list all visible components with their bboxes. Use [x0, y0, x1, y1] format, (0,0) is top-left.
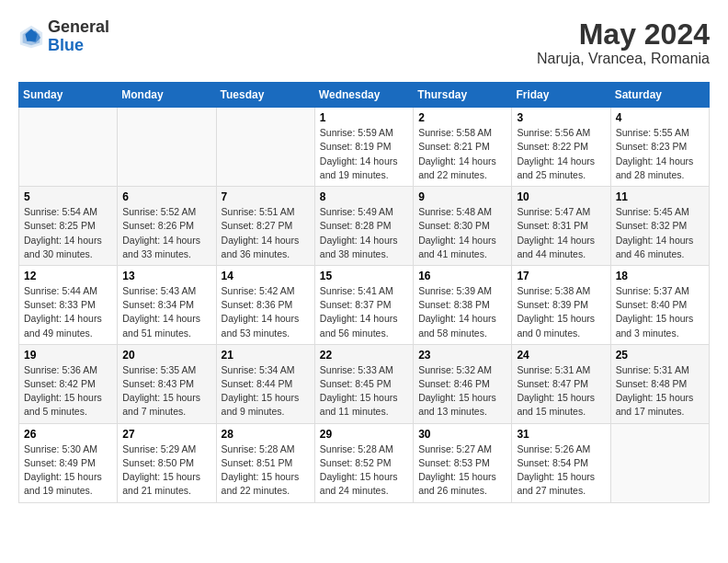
calendar-cell: 7Sunrise: 5:51 AM Sunset: 8:27 PM Daylig…: [216, 187, 314, 266]
logo: General Blue: [18, 18, 109, 55]
calendar-cell: 12Sunrise: 5:44 AM Sunset: 8:33 PM Dayli…: [19, 265, 118, 344]
calendar-cell: 2Sunrise: 5:58 AM Sunset: 8:21 PM Daylig…: [414, 108, 512, 187]
day-info: Sunrise: 5:26 AM Sunset: 8:54 PM Dayligh…: [517, 442, 605, 499]
day-number: 16: [418, 270, 506, 282]
day-number: 14: [222, 270, 310, 282]
calendar-cell: 14Sunrise: 5:42 AM Sunset: 8:36 PM Dayli…: [216, 265, 314, 344]
day-info: Sunrise: 5:31 AM Sunset: 8:47 PM Dayligh…: [517, 363, 605, 419]
calendar-cell: [216, 108, 314, 187]
day-number: 10: [517, 190, 605, 203]
day-info: Sunrise: 5:39 AM Sunset: 8:38 PM Dayligh…: [418, 284, 506, 340]
calendar-cell: 4Sunrise: 5:55 AM Sunset: 8:23 PM Daylig…: [610, 108, 709, 187]
calendar-cell: 3Sunrise: 5:56 AM Sunset: 8:22 PM Daylig…: [512, 108, 610, 187]
day-number: 6: [122, 190, 210, 203]
day-info: Sunrise: 5:42 AM Sunset: 8:36 PM Dayligh…: [222, 284, 310, 340]
calendar-cell: 22Sunrise: 5:33 AM Sunset: 8:45 PM Dayli…: [314, 344, 413, 423]
logo-icon: [18, 24, 44, 50]
day-info: Sunrise: 5:56 AM Sunset: 8:22 PM Dayligh…: [517, 126, 605, 182]
calendar-cell: 30Sunrise: 5:27 AM Sunset: 8:53 PM Dayli…: [414, 423, 512, 502]
calendar-cell: 18Sunrise: 5:37 AM Sunset: 8:40 PM Dayli…: [610, 265, 709, 344]
day-info: Sunrise: 5:29 AM Sunset: 8:50 PM Dayligh…: [122, 442, 210, 499]
day-info: Sunrise: 5:28 AM Sunset: 8:52 PM Dayligh…: [320, 442, 408, 499]
day-info: Sunrise: 5:28 AM Sunset: 8:51 PM Dayligh…: [222, 442, 310, 499]
day-number: 11: [616, 190, 704, 203]
day-info: Sunrise: 5:34 AM Sunset: 8:44 PM Dayligh…: [222, 363, 310, 419]
day-number: 15: [320, 270, 408, 282]
day-number: 12: [24, 270, 112, 282]
calendar-cell: 25Sunrise: 5:31 AM Sunset: 8:48 PM Dayli…: [610, 344, 709, 423]
calendar-cell: 24Sunrise: 5:31 AM Sunset: 8:47 PM Dayli…: [512, 344, 610, 423]
day-number: 26: [24, 428, 112, 441]
day-number: 2: [418, 111, 506, 124]
page-header: General Blue May 2024 Naruja, Vrancea, R…: [18, 18, 710, 67]
logo-text: General Blue: [48, 18, 109, 55]
day-info: Sunrise: 5:38 AM Sunset: 8:39 PM Dayligh…: [517, 284, 605, 340]
day-number: 27: [122, 428, 210, 441]
day-number: 5: [24, 190, 112, 203]
calendar-cell: 6Sunrise: 5:52 AM Sunset: 8:26 PM Daylig…: [118, 187, 216, 266]
day-number: 8: [320, 190, 408, 203]
calendar-cell: 31Sunrise: 5:26 AM Sunset: 8:54 PM Dayli…: [512, 423, 610, 502]
location-subtitle: Naruja, Vrancea, Romania: [537, 51, 710, 67]
calendar-cell: 19Sunrise: 5:36 AM Sunset: 8:42 PM Dayli…: [19, 344, 118, 423]
day-info: Sunrise: 5:45 AM Sunset: 8:32 PM Dayligh…: [616, 205, 704, 261]
day-number: 18: [616, 270, 704, 282]
month-year-title: May 2024: [537, 18, 710, 51]
day-number: 19: [24, 349, 112, 362]
calendar-cell: 27Sunrise: 5:29 AM Sunset: 8:50 PM Dayli…: [118, 423, 216, 502]
calendar-cell: 16Sunrise: 5:39 AM Sunset: 8:38 PM Dayli…: [414, 265, 512, 344]
day-header-tuesday: Tuesday: [216, 83, 314, 108]
day-info: Sunrise: 5:32 AM Sunset: 8:46 PM Dayligh…: [418, 363, 506, 419]
day-number: 28: [222, 428, 310, 441]
calendar-week-row: 1Sunrise: 5:59 AM Sunset: 8:19 PM Daylig…: [19, 108, 710, 187]
calendar-week-row: 19Sunrise: 5:36 AM Sunset: 8:42 PM Dayli…: [19, 344, 710, 423]
day-number: 7: [222, 190, 310, 203]
day-header-monday: Monday: [118, 83, 216, 108]
calendar-cell: 17Sunrise: 5:38 AM Sunset: 8:39 PM Dayli…: [512, 265, 610, 344]
day-info: Sunrise: 5:44 AM Sunset: 8:33 PM Dayligh…: [24, 284, 112, 340]
day-info: Sunrise: 5:59 AM Sunset: 8:19 PM Dayligh…: [320, 126, 408, 182]
calendar-cell: 29Sunrise: 5:28 AM Sunset: 8:52 PM Dayli…: [314, 423, 413, 502]
calendar-cell: 1Sunrise: 5:59 AM Sunset: 8:19 PM Daylig…: [314, 108, 413, 187]
day-header-thursday: Thursday: [414, 83, 512, 108]
day-number: 25: [616, 349, 704, 362]
logo-blue-text: Blue: [48, 36, 84, 54]
day-number: 31: [517, 428, 605, 441]
day-info: Sunrise: 5:37 AM Sunset: 8:40 PM Dayligh…: [616, 284, 704, 340]
calendar-cell: 28Sunrise: 5:28 AM Sunset: 8:51 PM Dayli…: [216, 423, 314, 502]
day-info: Sunrise: 5:35 AM Sunset: 8:43 PM Dayligh…: [122, 363, 210, 419]
calendar-cell: 8Sunrise: 5:49 AM Sunset: 8:28 PM Daylig…: [314, 187, 413, 266]
calendar-header-row: SundayMondayTuesdayWednesdayThursdayFrid…: [19, 83, 710, 108]
title-block: May 2024 Naruja, Vrancea, Romania: [537, 18, 710, 67]
calendar-cell: [19, 108, 118, 187]
day-number: 4: [616, 111, 704, 124]
calendar-week-row: 12Sunrise: 5:44 AM Sunset: 8:33 PM Dayli…: [19, 265, 710, 344]
day-info: Sunrise: 5:49 AM Sunset: 8:28 PM Dayligh…: [320, 205, 408, 261]
calendar-cell: 9Sunrise: 5:48 AM Sunset: 8:30 PM Daylig…: [414, 187, 512, 266]
calendar-cell: 26Sunrise: 5:30 AM Sunset: 8:49 PM Dayli…: [19, 423, 118, 502]
calendar-cell: 21Sunrise: 5:34 AM Sunset: 8:44 PM Dayli…: [216, 344, 314, 423]
day-info: Sunrise: 5:27 AM Sunset: 8:53 PM Dayligh…: [418, 442, 506, 499]
day-number: 13: [122, 270, 210, 282]
day-number: 30: [418, 428, 506, 441]
day-header-wednesday: Wednesday: [314, 83, 413, 108]
calendar-week-row: 26Sunrise: 5:30 AM Sunset: 8:49 PM Dayli…: [19, 423, 710, 502]
day-number: 21: [222, 349, 310, 362]
day-info: Sunrise: 5:41 AM Sunset: 8:37 PM Dayligh…: [320, 284, 408, 340]
calendar-cell: [610, 423, 709, 502]
day-header-friday: Friday: [512, 83, 610, 108]
calendar-week-row: 5Sunrise: 5:54 AM Sunset: 8:25 PM Daylig…: [19, 187, 710, 266]
day-info: Sunrise: 5:30 AM Sunset: 8:49 PM Dayligh…: [24, 442, 112, 499]
day-number: 22: [320, 349, 408, 362]
calendar-cell: 5Sunrise: 5:54 AM Sunset: 8:25 PM Daylig…: [19, 187, 118, 266]
calendar-table: SundayMondayTuesdayWednesdayThursdayFrid…: [18, 82, 710, 502]
day-info: Sunrise: 5:33 AM Sunset: 8:45 PM Dayligh…: [320, 363, 408, 419]
day-info: Sunrise: 5:52 AM Sunset: 8:26 PM Dayligh…: [122, 205, 210, 261]
day-number: 17: [517, 270, 605, 282]
day-number: 24: [517, 349, 605, 362]
calendar-cell: [118, 108, 216, 187]
day-info: Sunrise: 5:55 AM Sunset: 8:23 PM Dayligh…: [616, 126, 704, 182]
calendar-cell: 15Sunrise: 5:41 AM Sunset: 8:37 PM Dayli…: [314, 265, 413, 344]
calendar-cell: 13Sunrise: 5:43 AM Sunset: 8:34 PM Dayli…: [118, 265, 216, 344]
day-number: 23: [418, 349, 506, 362]
